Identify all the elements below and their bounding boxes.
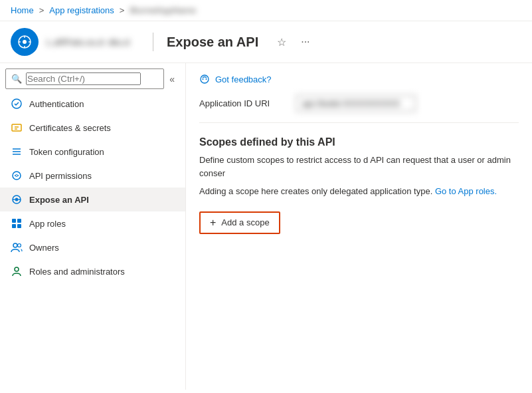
sidebar: 🔍 « Authentication Certificates & secret… <box>0 63 186 390</box>
pin-button[interactable]: ☆ <box>273 35 290 50</box>
certificates-icon <box>11 122 23 134</box>
layout: 🔍 « Authentication Certificates & secret… <box>0 63 532 390</box>
add-scope-plus-icon: + <box>210 217 216 229</box>
svg-point-19 <box>206 78 207 80</box>
breadcrumb-current-app: BlurredAppName <box>130 5 196 15</box>
app-title-bar: L.aRPuks.ou.d- dku.d Expose an API ☆ ··· <box>0 21 532 63</box>
app-icon-svg <box>17 35 32 49</box>
sidebar-item-label-token: Token configuration <box>29 147 104 157</box>
app-id-uri-value: api://botid-XXXXXXXXXX <box>296 95 416 112</box>
svg-rect-13 <box>17 224 21 228</box>
svg-point-15 <box>18 244 21 247</box>
svg-point-7 <box>13 172 21 180</box>
title-divider <box>153 33 153 51</box>
app-icon <box>11 28 39 56</box>
scopes-desc1: Define custom scopes to restrict access … <box>199 154 519 180</box>
breadcrumb-sep1: > <box>39 5 44 15</box>
scopes-desc2: Adding a scope here creates only delegat… <box>199 185 519 198</box>
scopes-title: Scopes defined by this API <box>199 136 519 148</box>
add-scope-button[interactable]: + Add a scope <box>199 211 280 234</box>
feedback-label: Got feedback? <box>215 74 272 84</box>
svg-rect-3 <box>12 124 21 131</box>
svg-point-1 <box>23 40 27 44</box>
app-id-uri-row: Application ID URI api://botid-XXXXXXXXX… <box>199 95 519 123</box>
sidebar-item-app-roles[interactable]: App roles <box>0 211 185 235</box>
token-config-icon <box>11 146 23 158</box>
sidebar-item-authentication[interactable]: Authentication <box>0 92 185 116</box>
owners-icon <box>11 241 23 253</box>
svg-rect-11 <box>17 219 21 223</box>
page-title: Expose an API <box>167 35 258 50</box>
expose-api-icon <box>11 194 23 205</box>
app-id-uri-label: Application ID URI <box>199 98 286 108</box>
sidebar-item-label-api-permissions: API permissions <box>29 171 92 181</box>
app-roles-icon <box>11 217 23 229</box>
main-content: Got feedback? Application ID URI api://b… <box>186 63 532 390</box>
breadcrumb: Home > App registrations > BlurredAppNam… <box>0 0 532 21</box>
search-icon: 🔍 <box>11 74 22 84</box>
sidebar-item-label-roles-admins: Roles and administrators <box>29 267 125 277</box>
search-container: 🔍 <box>5 68 164 89</box>
api-permissions-icon <box>11 170 23 182</box>
sidebar-item-label-expose-api: Expose an API <box>29 195 89 205</box>
more-button[interactable]: ··· <box>297 35 313 49</box>
sidebar-item-label-app-roles: App roles <box>29 219 66 229</box>
collapse-sidebar-button[interactable]: « <box>167 72 177 86</box>
add-scope-label: Add a scope <box>221 217 269 227</box>
sidebar-item-label-owners: Owners <box>29 243 59 253</box>
authentication-icon <box>11 98 23 110</box>
sidebar-item-expose-api[interactable]: Expose an API <box>0 188 185 211</box>
feedback-icon <box>199 74 210 84</box>
svg-rect-12 <box>12 224 16 228</box>
svg-point-16 <box>15 267 19 271</box>
sidebar-item-label-authentication: Authentication <box>29 99 84 109</box>
sidebar-item-token-config[interactable]: Token configuration <box>0 140 185 164</box>
svg-point-18 <box>203 78 204 80</box>
svg-point-17 <box>201 75 209 83</box>
app-name: L.aRPuks.ou.d- dku.d <box>46 37 139 47</box>
breadcrumb-home[interactable]: Home <box>11 5 34 15</box>
sidebar-item-roles-admins[interactable]: Roles and administrators <box>0 259 185 283</box>
go-to-app-roles-link[interactable]: Go to App roles. <box>435 186 497 196</box>
sidebar-item-api-permissions[interactable]: API permissions <box>0 164 185 188</box>
sidebar-item-owners[interactable]: Owners <box>0 235 185 259</box>
title-actions: ☆ ··· <box>273 35 313 50</box>
svg-point-9 <box>15 198 19 201</box>
search-input[interactable] <box>26 72 141 85</box>
breadcrumb-app-registrations[interactable]: App registrations <box>49 5 114 15</box>
sidebar-item-label-certificates: Certificates & secrets <box>29 123 111 133</box>
sidebar-nav: Authentication Certificates & secrets <box>0 92 185 390</box>
svg-point-14 <box>13 243 17 247</box>
roles-admins-icon <box>11 265 23 277</box>
svg-rect-10 <box>12 219 16 223</box>
sidebar-item-certificates[interactable]: Certificates & secrets <box>0 116 185 140</box>
breadcrumb-sep2: > <box>120 5 125 15</box>
search-row: 🔍 « <box>0 63 185 92</box>
feedback-bar[interactable]: Got feedback? <box>199 74 519 84</box>
